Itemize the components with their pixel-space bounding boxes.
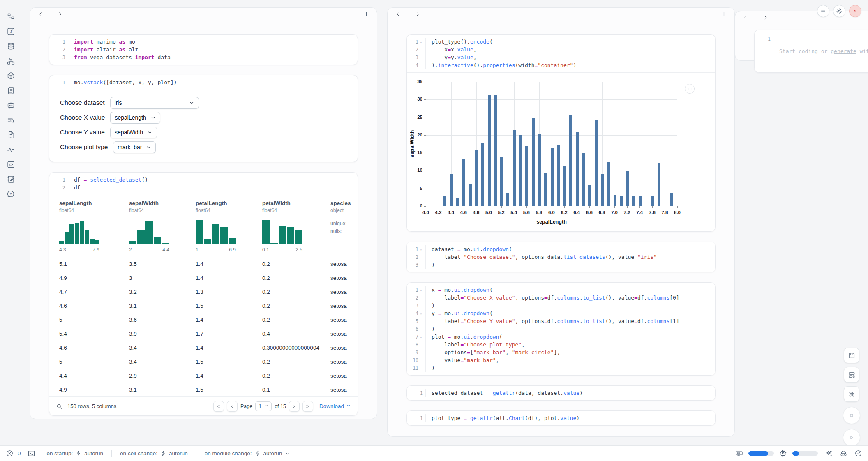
- column-left-button[interactable]: [37, 11, 44, 18]
- code-editor[interactable]: 1mo.vstack([dataset, x, y, plot]): [49, 75, 358, 90]
- column-histogram[interactable]: [59, 218, 99, 244]
- error-count: 0: [18, 450, 21, 456]
- cell-empty[interactable]: 1 Start coding or generate with: [754, 30, 868, 73]
- prev-page-button[interactable]: [227, 401, 238, 412]
- cell-xy-plot-dropdowns[interactable]: 1⌄234⌄567⌄891011x = mo.ui.dropdown( labe…: [406, 282, 716, 376]
- fold-marker[interactable]: ⌄: [419, 247, 423, 251]
- column-right-button[interactable]: [56, 11, 64, 18]
- stop-button[interactable]: [843, 407, 860, 424]
- column-left-button[interactable]: [742, 14, 749, 22]
- column-right-button[interactable]: [762, 14, 769, 22]
- on-cell-change-config[interactable]: on cell change: autorun: [116, 450, 192, 457]
- scratchpad-icon[interactable]: [7, 175, 15, 184]
- column-right-button[interactable]: [414, 11, 421, 18]
- cell-selected-dataset[interactable]: 1selected_dataset = getattr(data, datase…: [406, 385, 716, 401]
- add-cell-button[interactable]: [362, 11, 370, 19]
- search-icon[interactable]: [56, 403, 62, 410]
- column-histogram[interactable]: [262, 218, 302, 244]
- code-editor[interactable]: 12df = selected_dataset()df: [49, 173, 358, 195]
- outline-icon[interactable]: [7, 86, 15, 95]
- chat-icon[interactable]: [7, 101, 15, 110]
- shutdown-button[interactable]: [849, 5, 861, 17]
- table-row[interactable]: 53.61.40.2setosa: [49, 313, 358, 327]
- column-header-sepalLength[interactable]: sepalLengthfloat644.37.9: [49, 200, 129, 253]
- data-sources-icon[interactable]: [7, 42, 15, 51]
- error-count-icon[interactable]: [6, 449, 14, 457]
- histogram-bar: [65, 232, 69, 244]
- on-module-change-config[interactable]: on module change: autorun: [201, 450, 295, 457]
- code-editor[interactable]: 1⌄23dataset = mo.ui.dropdown( label="Cho…: [407, 242, 715, 272]
- last-page-button[interactable]: [302, 401, 313, 412]
- cell-dataframe[interactable]: 12df = selected_dataset()df sepalLengthf…: [49, 172, 358, 416]
- x-value-select[interactable]: sepalLength: [110, 112, 160, 124]
- on-startup-config[interactable]: on startup: autorun: [43, 450, 108, 457]
- settings-button[interactable]: [833, 5, 845, 17]
- column-histogram[interactable]: [129, 218, 169, 244]
- cell-vstack[interactable]: 1mo.vstack([dataset, x, y, plot]) Choose…: [49, 75, 358, 162]
- plot-type-select[interactable]: mark_bar: [113, 141, 156, 153]
- column-header-sepalWidth[interactable]: sepalWidthfloat6424.4: [129, 200, 196, 253]
- chart-actions-button[interactable]: [685, 84, 695, 94]
- column-header-petalWidth[interactable]: petalWidthfloat640.12.5: [262, 200, 330, 253]
- dependencies-icon[interactable]: [7, 57, 15, 65]
- run-button[interactable]: [843, 429, 860, 446]
- terminal-icon[interactable]: [28, 449, 35, 457]
- table-row[interactable]: 5.43.91.70.4setosa: [49, 327, 358, 341]
- column-header-species[interactable]: speciesobjectunique:nulls:: [330, 200, 358, 253]
- command-button[interactable]: [844, 386, 859, 402]
- sparkles-icon[interactable]: [825, 449, 833, 457]
- cell-chart[interactable]: 1⌄234plot_type().encode( x=x.value, y=y.…: [406, 34, 716, 232]
- table-cell: 5: [49, 355, 129, 369]
- tracing-icon[interactable]: [7, 145, 15, 154]
- y-value-select[interactable]: sepalWidth: [110, 127, 157, 138]
- dataset-select[interactable]: iris: [110, 97, 199, 109]
- fold-marker[interactable]: ⌄: [419, 311, 423, 315]
- table-row[interactable]: 4.42.91.40.2setosa: [49, 369, 358, 383]
- page-number-select[interactable]: 1: [255, 401, 272, 411]
- cell-imports[interactable]: 123import marimo as moimport altair as a…: [49, 34, 358, 65]
- menu-button[interactable]: [817, 5, 829, 17]
- code-editor[interactable]: 123import marimo as moimport altair as a…: [49, 35, 358, 65]
- logs-icon[interactable]: [7, 116, 15, 124]
- code-editor[interactable]: 1selected_dataset = getattr(data, datase…: [407, 386, 715, 400]
- table-row[interactable]: 4.73.21.30.2setosa: [49, 285, 358, 299]
- cell-dataset-dropdown[interactable]: 1⌄23dataset = mo.ui.dropdown( label="Cho…: [406, 242, 716, 272]
- table-row[interactable]: 53.41.50.2setosa: [49, 355, 358, 369]
- code-editor[interactable]: 1⌄234⌄567⌄891011x = mo.ui.dropdown( labe…: [407, 283, 715, 375]
- code-editor[interactable]: 1plot_type = getattr(alt.Chart(df), plot…: [407, 411, 715, 425]
- code-editor[interactable]: 1⌄234plot_type().encode( x=x.value, y=y.…: [407, 35, 715, 72]
- table-row[interactable]: 5.13.51.40.2setosa: [49, 257, 358, 271]
- packages-icon[interactable]: [7, 71, 15, 80]
- column-left-button[interactable]: [394, 11, 402, 18]
- table-row[interactable]: 4.63.41.40.30000000000000004setosa: [49, 341, 358, 355]
- table-row[interactable]: 4.63.11.50.2setosa: [49, 299, 358, 313]
- save-button[interactable]: [844, 348, 859, 363]
- table-row[interactable]: 4.931.40.2setosa: [49, 271, 358, 285]
- editor-placeholder[interactable]: Start coding or generate with: [779, 47, 868, 55]
- file-explorer-icon[interactable]: [7, 12, 15, 21]
- generate-link[interactable]: generate: [831, 48, 856, 54]
- line-number: 2: [416, 46, 423, 53]
- column-histogram[interactable]: [196, 218, 236, 244]
- variables-icon[interactable]: f: [7, 27, 15, 36]
- documentation-icon[interactable]: [7, 131, 15, 139]
- check-circle-icon[interactable]: [854, 449, 862, 457]
- snippets-icon[interactable]: [7, 160, 15, 169]
- fold-marker[interactable]: ⌄: [419, 288, 423, 292]
- gridline: [640, 82, 640, 206]
- column-header-petalLength[interactable]: petalLengthfloat6416.9: [196, 200, 262, 253]
- next-page-button[interactable]: [289, 401, 300, 412]
- assistant-icon[interactable]: [840, 449, 847, 457]
- fold-marker[interactable]: ⌄: [419, 335, 423, 339]
- add-cell-button[interactable]: [720, 11, 728, 19]
- layout-grid-button[interactable]: [844, 367, 859, 383]
- fold-marker[interactable]: ⌄: [419, 40, 423, 44]
- first-page-button[interactable]: [213, 401, 224, 412]
- download-button[interactable]: Download: [319, 403, 351, 409]
- cell-plot-type[interactable]: 1plot_type = getattr(alt.Chart(df), plot…: [406, 410, 716, 426]
- plot-area[interactable]: [426, 82, 677, 206]
- help-icon[interactable]: ?: [7, 190, 15, 198]
- x-tick-label: 5.6: [523, 210, 530, 215]
- table-row[interactable]: 4.93.11.50.1setosa: [49, 383, 358, 396]
- table-cell: 5.1: [49, 257, 129, 271]
